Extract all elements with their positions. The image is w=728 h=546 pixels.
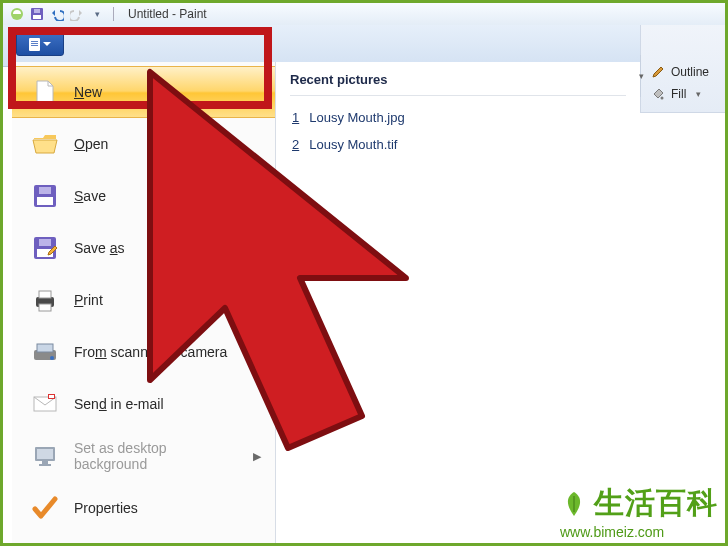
split-handle[interactable]: ▾ [640,55,648,97]
file-menu-button[interactable] [16,32,64,56]
watermark-leaf-icon [560,490,588,518]
svg-rect-20 [37,449,53,459]
desktop-icon [30,441,60,471]
svg-rect-2 [33,15,41,19]
qat-save-icon[interactable] [29,6,45,22]
qat-customize-caret-icon[interactable]: ▾ [89,6,105,22]
menu-item-save[interactable]: Save [12,170,275,222]
menu-item-label: Save as [74,240,125,256]
chevron-right-icon: ▶ [253,242,261,255]
menu-item-properties[interactable]: Properties [12,482,275,534]
recent-picture-item[interactable]: 2Lousy Mouth.tif [290,131,626,158]
svg-rect-11 [39,291,51,298]
folder-open-icon [30,129,60,159]
watermark-url: www.bimeiz.com [560,524,718,540]
menu-item-send-in-e-mail[interactable]: Send in e-mail [12,378,275,430]
print-icon [30,285,60,315]
fill-label: Fill [671,87,686,101]
recent-item-number: 2 [292,137,299,152]
check-icon [30,493,60,523]
svg-rect-14 [37,344,53,352]
separator [290,95,626,96]
save-as-icon [30,233,60,263]
fill-dropdown[interactable]: Fill ▾ [645,87,721,101]
paint-app-icon [9,6,25,22]
svg-rect-3 [34,9,40,13]
svg-point-15 [50,356,54,360]
mail-icon [30,389,60,419]
chevron-right-icon: ▶ [253,450,261,463]
menu-item-set-as-desktop-background[interactable]: Set as desktop background▶ [12,430,275,482]
svg-point-23 [661,97,664,100]
bucket-icon [651,87,665,101]
recent-pictures-header: Recent pictures [290,72,626,87]
scanner-icon [30,337,60,367]
recent-item-filename: Lousy Mouth.jpg [309,110,404,125]
menu-item-label: Print [74,292,103,308]
menu-item-label: Save [74,188,106,204]
menu-item-label: Send in e-mail [74,396,164,412]
svg-rect-5 [37,197,53,205]
menu-item-label: Set as desktop background [74,440,239,472]
menu-item-open[interactable]: Open [12,118,275,170]
menu-item-print[interactable]: Print▶ [12,274,275,326]
recent-pictures-panel: Recent pictures 1Lousy Mouth.jpg2Lousy M… [276,62,640,543]
svg-rect-6 [39,187,51,194]
file-menu-panel: NewOpenSaveSave as▶Print▶From scanner or… [12,62,276,543]
menu-item-label: Properties [74,500,138,516]
title-bar: ▾ Untitled - Paint [3,3,725,25]
chevron-right-icon: ▶ [253,294,261,307]
svg-rect-9 [39,239,51,246]
blank-page-icon [30,77,60,107]
recent-item-number: 1 [292,110,299,125]
ribbon-strip [3,25,725,67]
menu-item-from-scanner-or-camera[interactable]: From scanner or camera [12,326,275,378]
watermark: 生活百科 www.bimeiz.com [560,483,718,540]
window-title: Untitled - Paint [128,7,207,21]
svg-rect-22 [39,464,51,466]
recent-picture-item[interactable]: 1Lousy Mouth.jpg [290,104,626,131]
outline-dropdown[interactable]: Outline [645,65,721,79]
menu-item-save-as[interactable]: Save as▶ [12,222,275,274]
file-menu-doc-icon [29,38,40,51]
menu-item-new[interactable]: New [12,66,275,118]
menu-item-label: From scanner or camera [74,344,227,360]
chevron-down-icon [43,42,51,46]
menu-item-label: New [74,84,102,100]
qat-redo-icon[interactable] [69,6,85,22]
svg-rect-12 [39,304,51,311]
recent-item-filename: Lousy Mouth.tif [309,137,397,152]
title-separator [113,7,114,21]
save-icon [30,181,60,211]
svg-rect-18 [49,395,54,398]
svg-rect-21 [42,461,48,464]
qat-undo-icon[interactable] [49,6,65,22]
watermark-text-zh: 生活百科 [594,483,718,524]
pencil-icon [651,65,665,79]
menu-item-label: Open [74,136,108,152]
outline-label: Outline [671,65,709,79]
ribbon-shapes-group-fragment: Outline Fill ▾ ▾ [640,25,725,113]
